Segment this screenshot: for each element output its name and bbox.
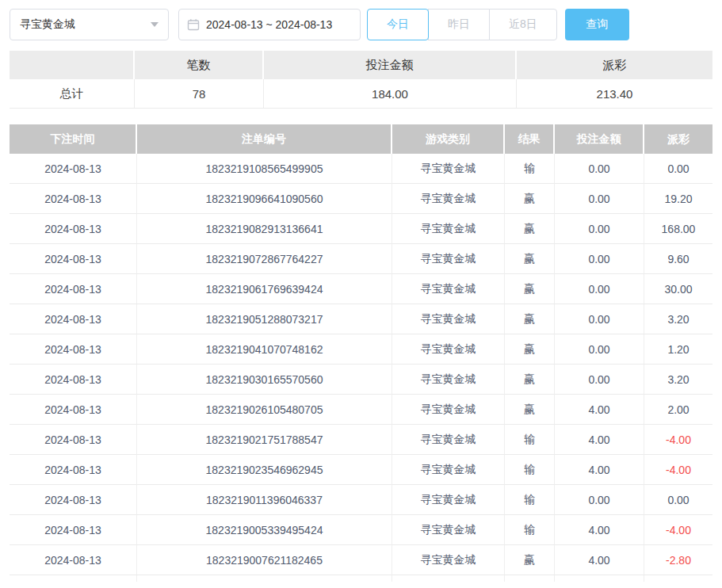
- cell-game-type: 寻宝黄金城: [392, 214, 505, 244]
- cell-bet-amount: 4.00: [555, 455, 644, 485]
- table-row: 2024-08-13 1823219061769639424 寻宝黄金城 赢 0…: [10, 274, 712, 304]
- cell-bet-amount: 0.00: [555, 485, 644, 515]
- cell-result: 赢: [505, 304, 555, 334]
- cell-order-number: 1823219061769639424: [137, 274, 392, 304]
- cell-game-type: 寻宝黄金城: [392, 184, 505, 214]
- summary-total-bet-amount: 184.00: [264, 79, 517, 109]
- cell-bet-time: 2024-08-13: [10, 304, 137, 334]
- cell-result: 输: [505, 455, 555, 485]
- cell-payout: 0.00: [644, 485, 712, 515]
- header-bet-amount: 投注金额: [555, 124, 644, 154]
- table-row: 2024-08-13 1823219007621182465 寻宝黄金城 赢 4…: [10, 545, 712, 575]
- cell-result: 赢: [505, 214, 555, 244]
- summary-table: 笔数 投注金额 派彩 总计 78 184.00 213.40: [10, 51, 712, 109]
- cell-result: 赢: [505, 365, 555, 395]
- cell-payout: -4.00: [644, 515, 712, 545]
- table-row: 2024-08-13 1823219041070748162 寻宝黄金城 赢 0…: [10, 334, 712, 365]
- cell-order-number: 1823219072867764227: [137, 244, 392, 274]
- filter-bar: 寻宝黄金城 2024-08-13 ~ 2024-08-13 今日 昨日 近8日 …: [0, 0, 722, 41]
- header-order-number: 注单编号: [137, 124, 392, 154]
- table-row: 2024-08-13 1823219026105480705 寻宝黄金城 赢 4…: [10, 395, 712, 425]
- yesterday-button[interactable]: 昨日: [428, 9, 490, 40]
- cell-bet-time: 2024-08-13: [10, 334, 137, 365]
- summary-header-empty: [10, 51, 135, 79]
- cell-bet-time: 2024-08-13: [10, 545, 137, 575]
- cell-order-number: 1823219021751788547: [137, 425, 392, 455]
- cell-bet-amount: 4.00: [555, 395, 644, 425]
- table-row: 2024-08-13 1823219005339495424 寻宝黄金城 输 4…: [10, 515, 712, 545]
- cell-bet-time: 2024-08-13: [10, 244, 137, 274]
- summary-header-bet-amount: 投注金额: [264, 51, 517, 79]
- cell-game-type: 寻宝黄金城: [392, 244, 505, 274]
- date-range-value: 2024-08-13 ~ 2024-08-13: [206, 18, 332, 31]
- cell-bet-amount: 4.00: [555, 545, 644, 575]
- last-8-days-button[interactable]: 近8日: [489, 9, 557, 40]
- quick-date-button-group: 今日 昨日 近8日: [367, 9, 557, 40]
- cell-game-type: 寻宝黄金城: [392, 154, 505, 184]
- bet-table-body: 2024-08-13 1823219108565499905 寻宝黄金城 输 0…: [10, 154, 712, 575]
- table-row: 2024-08-13 1823219108565499905 寻宝黄金城 输 0…: [10, 154, 712, 184]
- cell-payout: 3.20: [644, 365, 712, 395]
- table-row: 2024-08-13 1823219051288073217 寻宝黄金城 赢 0…: [10, 304, 712, 334]
- cell-order-number: 1823219005339495424: [137, 515, 392, 545]
- cell-payout: 3.20: [644, 304, 712, 334]
- partial-row: [10, 575, 712, 582]
- summary-header-count: 笔数: [135, 51, 264, 79]
- table-row: 2024-08-13 1823219072867764227 寻宝黄金城 赢 0…: [10, 244, 712, 274]
- cell-result: 赢: [505, 274, 555, 304]
- cell-payout: -2.80: [644, 545, 712, 575]
- cell-result: 输: [505, 425, 555, 455]
- query-button[interactable]: 查询: [565, 9, 629, 40]
- cell-payout: -4.00: [644, 455, 712, 485]
- cell-game-type: 寻宝黄金城: [392, 425, 505, 455]
- cell-game-type: 寻宝黄金城: [392, 304, 505, 334]
- cell-game-type: 寻宝黄金城: [392, 545, 505, 575]
- table-row: 2024-08-13 1823219096641090560 寻宝黄金城 赢 0…: [10, 184, 712, 214]
- cell-order-number: 1823219026105480705: [137, 395, 392, 425]
- cell-bet-amount: 0.00: [555, 365, 644, 395]
- cell-bet-time: 2024-08-13: [10, 425, 137, 455]
- bet-table-header-row: 下注时间 注单编号 游戏类别 结果 投注金额 派彩: [10, 124, 712, 154]
- cell-order-number: 1823219108565499905: [137, 154, 392, 184]
- cell-bet-time: 2024-08-13: [10, 395, 137, 425]
- chevron-down-icon: [151, 22, 159, 27]
- cell-bet-amount: 4.00: [555, 425, 644, 455]
- cell-order-number: 1823219041070748162: [137, 334, 392, 365]
- game-select-value: 寻宝黄金城: [20, 17, 75, 32]
- table-row: 2024-08-13 1823219021751788547 寻宝黄金城 输 4…: [10, 425, 712, 455]
- table-row: 2024-08-13 1823219023546962945 寻宝黄金城 输 4…: [10, 455, 712, 485]
- cell-payout: 1.20: [644, 334, 712, 365]
- cell-bet-time: 2024-08-13: [10, 485, 137, 515]
- cell-game-type: 寻宝黄金城: [392, 485, 505, 515]
- cell-result: 输: [505, 515, 555, 545]
- calendar-icon: [187, 18, 200, 31]
- cell-payout: 0.00: [644, 154, 712, 184]
- table-row: 2024-08-13 1823219011396046337 寻宝黄金城 输 0…: [10, 485, 712, 515]
- cell-bet-time: 2024-08-13: [10, 184, 137, 214]
- cell-bet-amount: 4.00: [555, 515, 644, 545]
- cell-result: 赢: [505, 395, 555, 425]
- summary-total-payout: 213.40: [517, 79, 712, 109]
- cell-game-type: 寻宝黄金城: [392, 455, 505, 485]
- cell-bet-amount: 0.00: [555, 334, 644, 365]
- bet-records-table: 下注时间 注单编号 游戏类别 结果 投注金额 派彩 2024-08-13 182…: [10, 124, 712, 582]
- date-range-picker[interactable]: 2024-08-13 ~ 2024-08-13: [178, 9, 361, 40]
- summary-header-row: 笔数 投注金额 派彩: [10, 51, 712, 79]
- cell-bet-amount: 0.00: [555, 274, 644, 304]
- game-select-dropdown[interactable]: 寻宝黄金城: [10, 9, 169, 40]
- cell-payout: 168.00: [644, 214, 712, 244]
- cell-order-number: 1823219011396046337: [137, 485, 392, 515]
- header-bet-time: 下注时间: [10, 124, 137, 154]
- summary-total-row: 总计 78 184.00 213.40: [10, 79, 712, 109]
- cell-bet-amount: 0.00: [555, 214, 644, 244]
- today-button[interactable]: 今日: [367, 9, 429, 40]
- cell-bet-time: 2024-08-13: [10, 214, 137, 244]
- cell-game-type: 寻宝黄金城: [392, 274, 505, 304]
- cell-result: 输: [505, 154, 555, 184]
- cell-order-number: 1823219082913136641: [137, 214, 392, 244]
- cell-bet-amount: 0.00: [555, 244, 644, 274]
- cell-result: 赢: [505, 545, 555, 575]
- cell-game-type: 寻宝黄金城: [392, 515, 505, 545]
- cell-bet-time: 2024-08-13: [10, 515, 137, 545]
- cell-game-type: 寻宝黄金城: [392, 395, 505, 425]
